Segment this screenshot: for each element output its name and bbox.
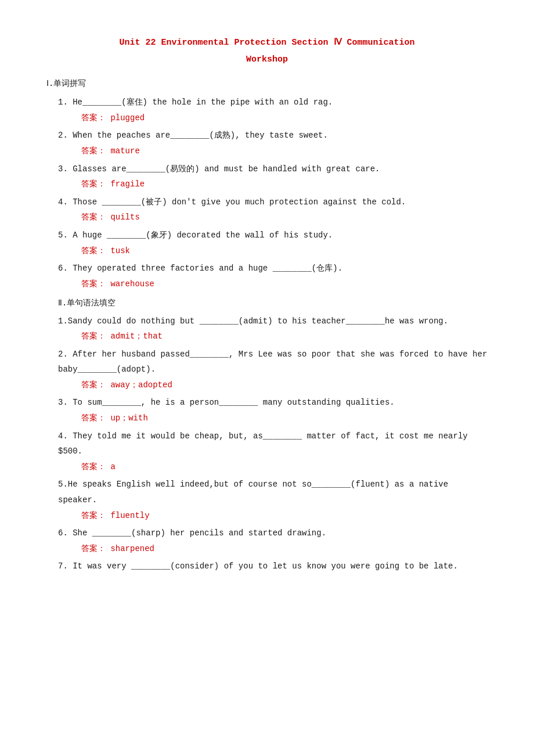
- s2-question-3-text: 3. To sum________, he is a person_______…: [58, 395, 488, 411]
- answer-5: 答案： tusk: [81, 243, 488, 259]
- s2-answer-6: 答案： sharpened: [81, 541, 488, 557]
- title-line1: Unit 22 Environmental Protection Section…: [46, 35, 488, 51]
- question-6: 6. They operated three factories and a h…: [58, 261, 488, 291]
- s2-answer-4: 答案： a: [81, 459, 488, 475]
- question-1: 1. He________(塞住) the hole in the pipe w…: [58, 95, 488, 125]
- s2-question-1: 1.Sandy could do nothing but ________(ad…: [58, 314, 488, 344]
- page-title: Unit 22 Environmental Protection Section…: [46, 35, 488, 67]
- title-line2: Workshop: [46, 52, 488, 67]
- s2-question-4-text: 4. They told me it would be cheap, but, …: [58, 429, 488, 459]
- s2-question-5: 5.He speaks English well indeed,but of c…: [58, 477, 488, 523]
- s2-question-2-text: 2. After her husband passed________, Mrs…: [58, 347, 488, 377]
- s2-question-6-text: 6. She ________(sharp) her pencils and s…: [58, 525, 488, 541]
- question-3: 3. Glasses are________(易毁的) and must be …: [58, 161, 488, 192]
- s2-question-6: 6. She ________(sharp) her pencils and s…: [58, 525, 488, 556]
- question-3-text: 3. Glasses are________(易毁的) and must be …: [58, 161, 488, 177]
- section1: Ⅰ.单词拼写 1. He________(塞住) the hole in the…: [46, 77, 488, 291]
- section1-header: Ⅰ.单词拼写: [46, 77, 488, 91]
- answer-3: 答案： fragile: [81, 177, 488, 192]
- question-2: 2. When the peaches are________(成熟), the…: [58, 128, 488, 159]
- section2-header: Ⅱ.单句语法填空: [58, 296, 488, 311]
- s2-answer-5: 答案： fluently: [81, 508, 488, 524]
- answer-6: 答案： warehouse: [81, 276, 488, 292]
- s2-question-4: 4. They told me it would be cheap, but, …: [58, 429, 488, 475]
- s2-question-7: 7. It was very ________(consider) of you…: [58, 559, 488, 574]
- question-1-text: 1. He________(塞住) the hole in the pipe w…: [58, 95, 488, 110]
- answer-4: 答案： quilts: [81, 210, 488, 225]
- s2-question-2: 2. After her husband passed________, Mrs…: [58, 347, 488, 393]
- section2: Ⅱ.单句语法填空 1.Sandy could do nothing but __…: [46, 296, 488, 574]
- s2-question-5-text: 5.He speaks English well indeed,but of c…: [58, 477, 488, 507]
- question-4: 4. Those ________(被子) don't give you muc…: [58, 195, 488, 225]
- s2-question-7-text: 7. It was very ________(consider) of you…: [58, 559, 488, 574]
- question-4-text: 4. Those ________(被子) don't give you muc…: [58, 195, 488, 210]
- question-2-text: 2. When the peaches are________(成熟), the…: [58, 128, 488, 143]
- question-6-text: 6. They operated three factories and a h…: [58, 261, 488, 276]
- question-5: 5. A huge ________(象牙) decorated the wal…: [58, 228, 488, 258]
- s2-answer-1: 答案： admit；that: [81, 329, 488, 344]
- s2-answer-3: 答案： up；with: [81, 411, 488, 426]
- answer-2: 答案： mature: [81, 143, 488, 159]
- s2-answer-2: 答案： away；adopted: [81, 377, 488, 393]
- s2-question-1-text: 1.Sandy could do nothing but ________(ad…: [58, 314, 488, 329]
- answer-1: 答案： plugged: [81, 110, 488, 126]
- s2-question-3: 3. To sum________, he is a person_______…: [58, 395, 488, 426]
- question-5-text: 5. A huge ________(象牙) decorated the wal…: [58, 228, 488, 243]
